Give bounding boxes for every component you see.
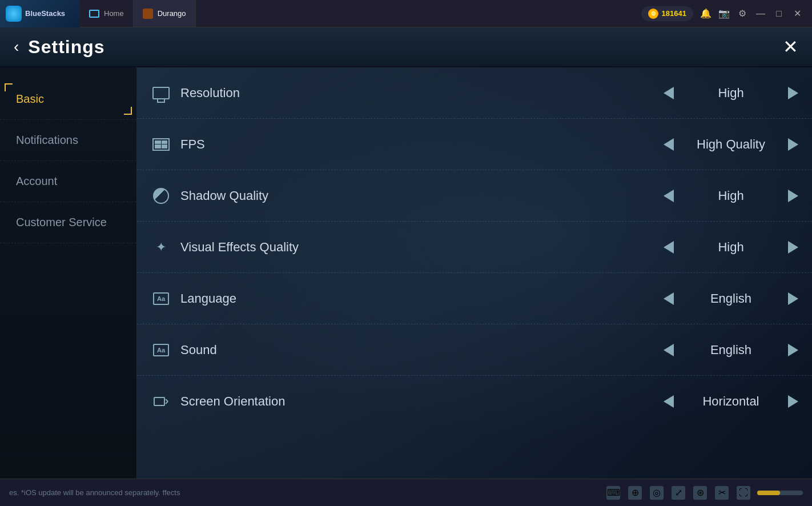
aa-icon: Aa xyxy=(153,292,169,305)
screen-orientation-value: Horizontal xyxy=(685,394,777,409)
sidebar-item-notifications[interactable]: Notifications xyxy=(0,120,136,161)
tab-game-label: Durango xyxy=(158,9,186,18)
setting-row-shadow-quality: Shadow Quality High xyxy=(137,170,812,222)
screen-orientation-prev-button[interactable] xyxy=(664,395,674,408)
bottom-bar: es. *iOS update will be announced separa… xyxy=(0,479,812,506)
sidebar-item-notifications-label: Notifications xyxy=(16,134,78,146)
visual-effects-prev-button[interactable] xyxy=(664,241,674,254)
back-button[interactable]: ‹ xyxy=(14,39,19,55)
settings-header: ‹ Settings ✕ xyxy=(0,27,812,67)
coin-icon: ⊙ xyxy=(648,9,658,19)
settings-panel: Resolution High FPS High Quality xyxy=(137,67,812,479)
settings-title: Settings xyxy=(28,37,104,58)
notification-btn[interactable]: 🔔 xyxy=(700,8,711,19)
location-icon[interactable]: ⊛ xyxy=(693,486,707,500)
svg-line-2 xyxy=(166,401,168,404)
tab-durango[interactable]: Durango xyxy=(134,0,196,27)
shadow-icon xyxy=(153,188,169,204)
screenshot-btn[interactable]: 📷 xyxy=(718,8,730,19)
shadow-quality-next-button[interactable] xyxy=(788,190,798,202)
monitor-icon xyxy=(152,87,170,99)
shadow-quality-prev-button[interactable] xyxy=(664,190,674,202)
sound-label: Sound xyxy=(180,343,664,358)
setting-row-language: Aa Language English xyxy=(137,273,812,324)
fps-icon xyxy=(151,134,171,155)
screen-orientation-icon xyxy=(151,391,171,412)
sidebar-item-account[interactable]: Account xyxy=(0,161,136,202)
resolution-label: Resolution xyxy=(180,86,664,101)
visual-effects-value: High xyxy=(685,240,777,255)
sidebar-item-basic[interactable]: Basic xyxy=(0,79,136,120)
scroll-indicator xyxy=(757,491,803,495)
close-settings-button[interactable]: ✕ xyxy=(783,36,798,58)
setting-row-visual-effects: ✦ Visual Effects Quality High xyxy=(137,222,812,273)
sound-icon: Aa xyxy=(151,340,171,360)
fps-next-button[interactable] xyxy=(788,138,798,151)
settings-btn[interactable]: ⚙ xyxy=(737,8,748,19)
resize-icon[interactable]: ⤢ xyxy=(672,486,685,500)
sound-prev-button[interactable] xyxy=(664,344,674,356)
screen-orientation-label: Screen Orientation xyxy=(180,394,664,409)
setting-row-sound: Aa Sound English xyxy=(137,324,812,376)
language-control: English xyxy=(664,291,798,306)
fps-label: FPS xyxy=(180,137,664,152)
sidebar-item-basic-label: Basic xyxy=(16,93,44,105)
sound-next-button[interactable] xyxy=(788,344,798,356)
coins-display: ⊙ 181641 xyxy=(641,6,693,21)
minimize-btn[interactable]: — xyxy=(755,8,766,19)
screen-orientation-control: Horizontal xyxy=(664,394,798,409)
visual-effects-next-button[interactable] xyxy=(788,241,798,254)
titlebar-tabs: Home Durango xyxy=(80,0,196,27)
bottom-text: es. *iOS update will be announced separa… xyxy=(9,488,600,497)
resolution-value: High xyxy=(685,86,777,101)
resolution-next-button[interactable] xyxy=(788,87,798,99)
scroll-thumb xyxy=(757,491,780,495)
tab-home-label: Home xyxy=(104,9,124,18)
keyboard-icon[interactable]: ⌨ xyxy=(606,486,620,500)
sidebar-item-customer-service-label: Customer Service xyxy=(16,216,107,228)
setting-row-screen-orientation: Screen Orientation Horizontal xyxy=(137,376,812,427)
fps-grid-icon xyxy=(152,138,170,151)
resolution-control: High xyxy=(664,86,798,101)
bottom-icons: ⌨ ⊕ ◎ ⤢ ⊛ ✂ ⛶ xyxy=(606,486,750,500)
bluestacks-icon xyxy=(6,6,22,22)
sidebar: Basic Notifications Account Customer Ser… xyxy=(0,67,137,479)
screen-orientation-next-button[interactable] xyxy=(788,395,798,408)
language-next-button[interactable] xyxy=(788,292,798,305)
setting-row-fps: FPS High Quality xyxy=(137,119,812,170)
shadow-quality-label: Shadow Quality xyxy=(180,188,664,203)
sidebar-item-account-label: Account xyxy=(16,175,57,187)
fps-prev-button[interactable] xyxy=(664,138,674,151)
shadow-quality-value: High xyxy=(685,188,777,203)
language-label: Language xyxy=(180,291,664,306)
sound-value: English xyxy=(685,343,777,358)
fullscreen-icon[interactable]: ⛶ xyxy=(737,486,750,500)
game-icon xyxy=(143,9,153,19)
svg-rect-0 xyxy=(154,397,164,405)
close-titlebar-btn[interactable]: ✕ xyxy=(791,8,803,19)
maximize-btn[interactable]: □ xyxy=(773,8,785,19)
camera-icon[interactable]: ◎ xyxy=(650,486,664,500)
screen-rotate-icon xyxy=(153,393,169,409)
titlebar-right: ⊙ 181641 🔔 📷 ⚙ — □ ✕ xyxy=(641,6,812,21)
setting-row-resolution: Resolution High xyxy=(137,67,812,119)
visual-effects-label: Visual Effects Quality xyxy=(180,240,664,255)
coin-amount: 181641 xyxy=(662,9,686,18)
main-content: Basic Notifications Account Customer Ser… xyxy=(0,67,812,479)
titlebar: BlueStacks Home Durango ⊙ 181641 🔔 📷 ⚙ —… xyxy=(0,0,812,27)
shadow-quality-icon xyxy=(151,186,171,206)
sound-control: English xyxy=(664,343,798,358)
cut-icon[interactable]: ✂ xyxy=(715,486,729,500)
sound-aa-icon: Aa xyxy=(153,344,169,356)
home-icon xyxy=(89,10,99,18)
resolution-icon xyxy=(151,83,171,103)
language-icon: Aa xyxy=(151,288,171,309)
language-prev-button[interactable] xyxy=(664,292,674,305)
gamepad-icon[interactable]: ⊕ xyxy=(628,486,642,500)
sidebar-item-customer-service[interactable]: Customer Service xyxy=(0,202,136,243)
visual-effects-icon: ✦ xyxy=(151,237,171,258)
resolution-prev-button[interactable] xyxy=(664,87,674,99)
fps-value: High Quality xyxy=(685,137,777,152)
app-logo: BlueStacks xyxy=(0,0,80,27)
tab-home[interactable]: Home xyxy=(80,0,134,27)
